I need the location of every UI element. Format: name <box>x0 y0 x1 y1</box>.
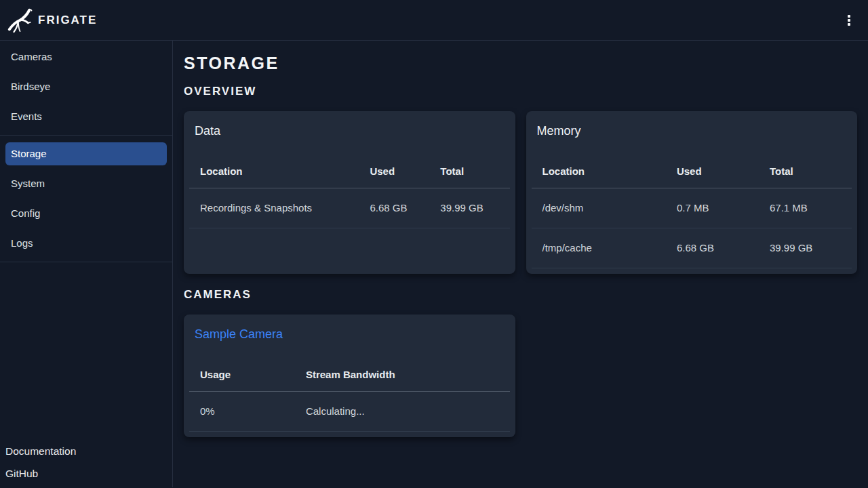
sidebar-item-storage[interactable]: Storage <box>5 142 167 165</box>
data-card-title: Data <box>195 123 505 138</box>
sidebar-divider <box>0 262 172 262</box>
cell-stream-bandwidth: Calculating... <box>295 392 510 432</box>
table-row: Recordings & Snapshots 6.68 GB 39.99 GB <box>189 188 510 228</box>
camera-cards: Sample Camera Usage Stream Bandwidth 0% … <box>184 314 857 437</box>
cell-location: /tmp/cache <box>532 228 666 268</box>
camera-storage-card: Sample Camera Usage Stream Bandwidth 0% … <box>184 314 515 437</box>
cell-used: 0.7 MB <box>666 188 759 228</box>
memory-card-title: Memory <box>537 123 847 138</box>
table-header-row: Location Used Total <box>189 157 510 188</box>
column-header-location: Location <box>532 157 666 188</box>
overview-heading: OVERVIEW <box>184 84 857 99</box>
sidebar-item-birdseye[interactable]: Birdseye <box>5 75 167 98</box>
camera-storage-table: Usage Stream Bandwidth 0% Calculating... <box>189 361 510 432</box>
cell-total: 67.1 MB <box>759 188 852 228</box>
sidebar-item-logs[interactable]: Logs <box>5 232 167 255</box>
cell-location: /dev/shm <box>532 188 666 228</box>
column-header-used: Used <box>359 157 429 188</box>
column-header-usage: Usage <box>189 361 295 392</box>
table-header-row: Usage Stream Bandwidth <box>189 361 510 392</box>
cell-total: 39.99 GB <box>759 228 852 268</box>
sidebar-item-events[interactable]: Events <box>5 105 167 128</box>
table-header-row: Location Used Total <box>532 157 852 188</box>
column-header-location: Location <box>189 157 359 188</box>
overview-cards: Data Location Used Total Recordings & Sn… <box>184 111 857 274</box>
main-content: STORAGE OVERVIEW Data Location Used Tota… <box>173 41 868 487</box>
app-title: FRIGATE <box>38 14 97 27</box>
sidebar-link-github[interactable]: GitHub <box>5 462 172 485</box>
cameras-heading: CAMERAS <box>184 287 857 302</box>
sidebar-item-config[interactable]: Config <box>5 202 167 225</box>
cell-usage: 0% <box>189 392 295 432</box>
cell-location: Recordings & Snapshots <box>189 188 359 228</box>
table-row: 0% Calculating... <box>189 392 510 432</box>
table-row: /tmp/cache 6.68 GB 39.99 GB <box>532 228 852 268</box>
column-header-total: Total <box>759 157 852 188</box>
column-header-stream-bandwidth: Stream Bandwidth <box>295 361 510 392</box>
frigate-bird-logo-icon <box>7 6 34 35</box>
data-storage-table: Location Used Total Recordings & Snapsho… <box>189 157 510 228</box>
table-row: /dev/shm 0.7 MB 67.1 MB <box>532 188 852 228</box>
memory-storage-table: Location Used Total /dev/shm 0.7 MB 67.1… <box>532 157 852 268</box>
sidebar-item-system[interactable]: System <box>5 172 167 195</box>
sidebar-divider <box>0 135 172 136</box>
camera-link[interactable]: Sample Camera <box>195 327 283 341</box>
sidebar-link-documentation[interactable]: Documentation <box>5 440 172 462</box>
cell-used: 6.68 GB <box>666 228 759 268</box>
data-storage-card: Data Location Used Total Recordings & Sn… <box>184 111 515 274</box>
cell-total: 39.99 GB <box>429 188 509 228</box>
column-header-used: Used <box>666 157 759 188</box>
memory-storage-card: Memory Location Used Total /dev/shm 0. <box>526 111 858 274</box>
empty-grid-cell <box>526 314 858 437</box>
logo-link[interactable]: FRIGATE <box>7 6 97 35</box>
overflow-menu-button[interactable] <box>844 11 854 30</box>
sidebar-item-cameras[interactable]: Cameras <box>5 45 167 68</box>
sidebar: Cameras Birdseye Events Storage System C… <box>0 41 173 487</box>
sidebar-footer: Documentation GitHub <box>0 440 172 487</box>
app-header: FRIGATE <box>0 0 868 41</box>
page-title: STORAGE <box>184 53 857 73</box>
column-header-total: Total <box>429 157 509 188</box>
camera-card-title: Sample Camera <box>195 327 505 342</box>
kebab-menu-icon <box>848 15 850 18</box>
cell-used: 6.68 GB <box>359 188 429 228</box>
